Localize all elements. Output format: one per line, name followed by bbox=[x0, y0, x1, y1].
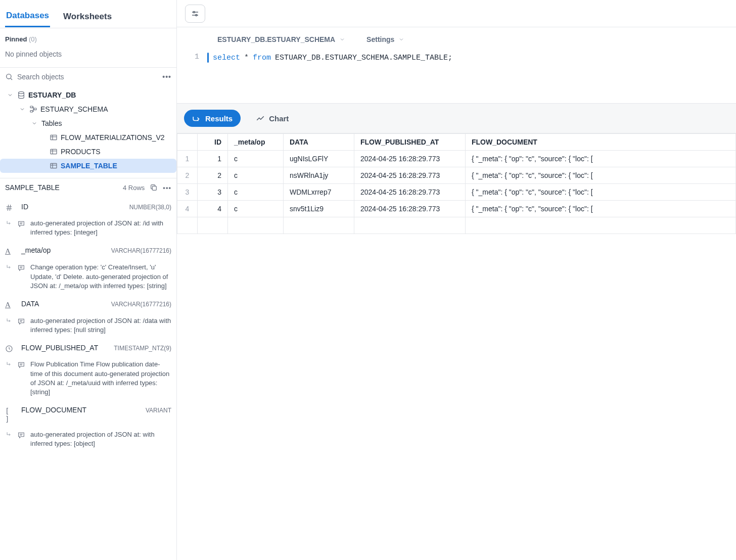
grid-cell[interactable]: snv5t1Liz9 bbox=[284, 201, 354, 217]
column-name: DATA bbox=[21, 300, 39, 308]
tree-table-sample_table[interactable]: SAMPLE_TABLE bbox=[0, 159, 176, 173]
sql-editor[interactable]: 1 select * from ESTUARY_DB.ESTUARY_SCHEM… bbox=[177, 50, 736, 104]
column-row[interactable]: A_meta/opVARCHAR(16777216) bbox=[5, 242, 171, 260]
sidebar-tabs: Databases Worksheets bbox=[0, 0, 176, 28]
grid-row[interactable]: 22cnsWRlnA1jy2024-04-25 16:28:29.773{ "_… bbox=[177, 167, 736, 184]
grid-header-published[interactable]: FLOW_PUBLISHED_AT bbox=[354, 134, 466, 151]
grid-cell[interactable]: 3 bbox=[198, 184, 228, 201]
grid-row[interactable]: 44csnv5t1Liz92024-04-25 16:28:29.773{ "_… bbox=[177, 201, 736, 217]
return-arrow-icon bbox=[5, 219, 12, 227]
grid-cell[interactable]: c bbox=[228, 151, 284, 167]
grid-cell[interactable]: { "_meta": { "op": "c", "source": { "loc… bbox=[466, 167, 736, 184]
context-settings[interactable]: Settings bbox=[366, 35, 405, 43]
search-input[interactable] bbox=[17, 73, 158, 81]
sql-star: * bbox=[244, 54, 249, 62]
sql-keyword: select bbox=[213, 54, 240, 62]
tab-databases[interactable]: Databases bbox=[5, 6, 50, 27]
grid-cell[interactable]: { "_meta": { "op": "c", "source": { "loc… bbox=[466, 201, 736, 217]
sidebar: Databases Worksheets Pinned (0) No pinne… bbox=[0, 0, 177, 560]
grid-cell[interactable]: 2024-04-25 16:28:29.773 bbox=[354, 167, 466, 184]
column-row[interactable]: IDNUMBER(38,0) bbox=[5, 199, 171, 216]
return-arrow-icon bbox=[5, 316, 12, 324]
result-tabs: Results Chart bbox=[177, 104, 736, 133]
context-path[interactable]: ESTUARY_DB.ESTUARY_SCHEMA bbox=[217, 35, 346, 43]
pinned-label-text: Pinned bbox=[5, 35, 27, 43]
svg-rect-15 bbox=[153, 186, 157, 190]
tree-table-label: SAMPLE_TABLE bbox=[61, 162, 117, 170]
results-grid[interactable]: ID_meta/opDATAFLOW_PUBLISHED_ATFLOW_DOCU… bbox=[177, 133, 736, 560]
tree-table-flow_materializations_v2[interactable]: FLOW_MATERIALIZATIONS_V2 bbox=[0, 130, 176, 145]
grid-cell[interactable]: ugNIsLGFlY bbox=[284, 151, 354, 167]
column-row[interactable]: FLOW_PUBLISHED_ATTIMESTAMP_NTZ(9) bbox=[5, 340, 171, 357]
tree-tables-folder[interactable]: Tables bbox=[0, 116, 176, 130]
table-icon bbox=[50, 133, 58, 142]
column-description: Flow Publication Time Flow publication d… bbox=[30, 360, 171, 397]
database-icon bbox=[17, 91, 25, 99]
clock-icon bbox=[5, 344, 14, 353]
grid-header-document[interactable]: FLOW_DOCUMENT bbox=[466, 134, 736, 151]
tree-database-label: ESTUARY_DB bbox=[28, 91, 76, 99]
svg-point-2 bbox=[19, 91, 24, 94]
grid-cell[interactable]: 2 bbox=[198, 167, 228, 184]
column-desc-row: auto-generated projection of JSON at: /i… bbox=[5, 216, 171, 242]
grid-cell[interactable]: nsWRlnA1jy bbox=[284, 167, 354, 184]
grid-cell[interactable]: c bbox=[228, 167, 284, 184]
chevron-down-icon bbox=[31, 120, 38, 126]
context-row: ESTUARY_DB.ESTUARY_SCHEMA Settings bbox=[177, 27, 736, 50]
column-desc-row: Change operation type: 'c' Create/Insert… bbox=[5, 260, 171, 296]
grid-cell[interactable]: { "_meta": { "op": "c", "source": { "loc… bbox=[466, 151, 736, 167]
chevron-down-icon bbox=[19, 106, 26, 112]
tab-chart[interactable]: Chart bbox=[248, 110, 297, 127]
column-name: FLOW_DOCUMENT bbox=[21, 406, 86, 414]
chevron-down-icon bbox=[398, 36, 405, 42]
grid-row[interactable]: 33cWDMLxrrep72024-04-25 16:28:29.773{ "_… bbox=[177, 184, 736, 201]
grid-cell[interactable]: 4 bbox=[198, 201, 228, 217]
grid-cell[interactable]: c bbox=[228, 201, 284, 217]
tree-table-label: PRODUCTS bbox=[61, 148, 101, 156]
schema-icon bbox=[29, 105, 37, 113]
grid-cell[interactable]: 2024-04-25 16:28:29.773 bbox=[354, 201, 466, 217]
tree-table-products[interactable]: PRODUCTS bbox=[0, 145, 176, 159]
tree-schema[interactable]: ESTUARY_SCHEMA bbox=[0, 102, 176, 116]
grid-cell[interactable]: c bbox=[228, 184, 284, 201]
column-name: _meta/op bbox=[21, 246, 51, 254]
table-icon bbox=[50, 148, 58, 156]
column-name: FLOW_PUBLISHED_AT bbox=[21, 344, 98, 352]
tree-table-label: FLOW_MATERIALIZATIONS_V2 bbox=[61, 133, 165, 142]
column-description: auto-generated projection of JSON at: wi… bbox=[30, 430, 171, 448]
return-arrow-icon bbox=[5, 430, 12, 438]
tree-tables-label: Tables bbox=[41, 119, 62, 127]
svg-line-1 bbox=[11, 78, 12, 80]
grid-cell[interactable]: 1 bbox=[198, 151, 228, 167]
grid-cell[interactable]: WDMLxrrep7 bbox=[284, 184, 354, 201]
svg-point-0 bbox=[7, 74, 11, 79]
tab-worksheets[interactable]: Worksheets bbox=[62, 7, 113, 27]
return-arrow-icon bbox=[5, 263, 12, 271]
grid-header-data[interactable]: DATA bbox=[284, 134, 354, 151]
grid-cell[interactable]: 2024-04-25 16:28:29.773 bbox=[354, 184, 466, 201]
column-row[interactable]: ADATAVARCHAR(16777216) bbox=[5, 296, 171, 313]
details-more-icon[interactable]: ••• bbox=[163, 184, 171, 192]
column-type: VARIANT bbox=[146, 407, 171, 414]
column-row[interactable]: [ ]FLOW_DOCUMENTVARIANT bbox=[5, 402, 171, 427]
chevron-down-icon bbox=[7, 92, 14, 98]
results-icon bbox=[192, 114, 201, 123]
pinned-label: Pinned (0) bbox=[0, 28, 176, 46]
svg-rect-3 bbox=[30, 106, 33, 108]
svg-rect-4 bbox=[30, 111, 33, 112]
search-more-icon[interactable]: ••• bbox=[162, 73, 171, 81]
grid-header-meta[interactable]: _meta/op bbox=[228, 134, 284, 151]
settings-button[interactable] bbox=[185, 5, 205, 23]
grid-row[interactable]: 11cugNIsLGFlY2024-04-25 16:28:29.773{ "_… bbox=[177, 151, 736, 167]
grid-rownum: 2 bbox=[177, 167, 198, 184]
copy-icon[interactable] bbox=[150, 183, 158, 192]
hash-icon bbox=[5, 203, 14, 212]
tree-database[interactable]: ESTUARY_DB bbox=[0, 88, 176, 102]
tab-results-label: Results bbox=[205, 114, 233, 123]
tab-results[interactable]: Results bbox=[184, 110, 241, 127]
grid-cell[interactable]: 2024-04-25 16:28:29.773 bbox=[354, 151, 466, 167]
grid-cell[interactable]: { "_meta": { "op": "c", "source": { "loc… bbox=[466, 184, 736, 201]
pinned-count: (0) bbox=[29, 35, 37, 43]
grid-row-empty bbox=[177, 217, 736, 234]
grid-header-id[interactable]: ID bbox=[198, 134, 228, 151]
